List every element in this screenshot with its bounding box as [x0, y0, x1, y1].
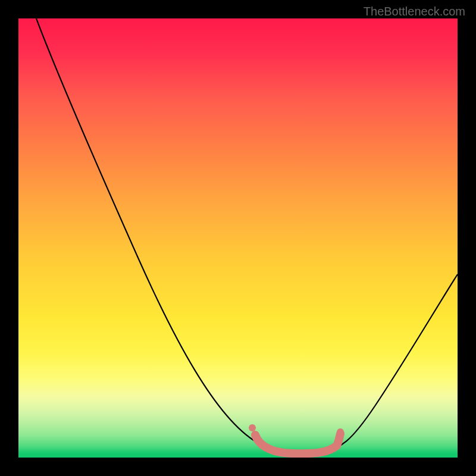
attribution-text: TheBottleneck.com	[364, 5, 465, 18]
highlight-dot	[337, 428, 344, 436]
bottleneck-curve-line	[36, 18, 458, 452]
chart-plot-area	[18, 18, 458, 458]
highlight-band-line	[255, 434, 340, 453]
chart-svg	[18, 18, 458, 458]
highlight-dot	[249, 424, 256, 431]
highlight-dot	[253, 433, 260, 440]
